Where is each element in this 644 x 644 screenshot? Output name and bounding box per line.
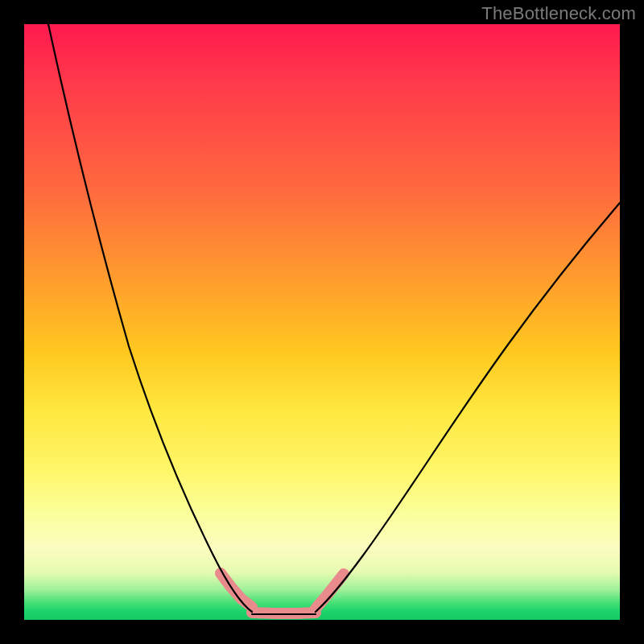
- curve-left: [48, 24, 252, 612]
- plot-area: [24, 24, 620, 620]
- highlight-right: [316, 574, 344, 609]
- highlight-bottom: [252, 613, 316, 613]
- watermark-text: TheBottleneck.com: [481, 3, 636, 24]
- chart-frame: TheBottleneck.com: [0, 0, 644, 644]
- curve-layer: [24, 24, 620, 620]
- curve-right: [316, 203, 620, 612]
